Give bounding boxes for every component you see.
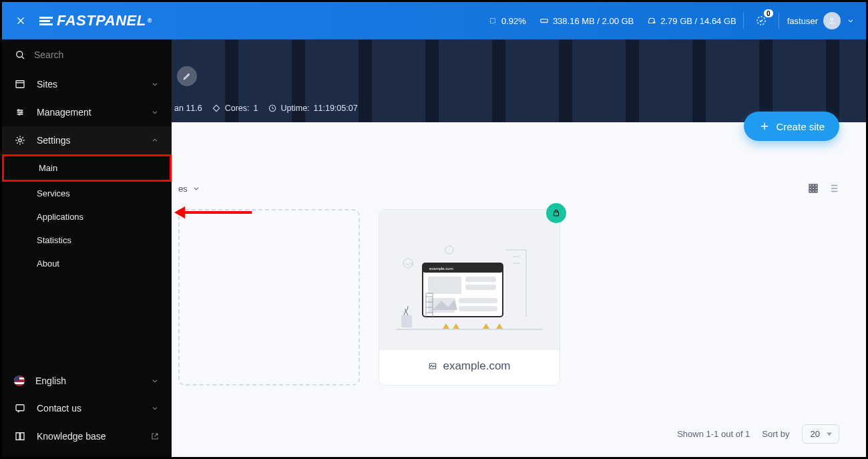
svg-rect-32 xyxy=(459,306,497,311)
disk-stat: 2.79 GB / 14.64 GB xyxy=(640,2,742,39)
svg-rect-37 xyxy=(396,329,543,330)
svg-rect-20 xyxy=(813,190,815,192)
contact-us[interactable]: Contact us xyxy=(2,394,172,422)
chevron-down-icon xyxy=(150,376,160,386)
svg-rect-1 xyxy=(541,19,548,23)
ram-stat: 338.16 MB / 2.00 GB xyxy=(533,2,640,39)
knowledge-base[interactable]: Knowledge base xyxy=(2,422,172,450)
svg-rect-36 xyxy=(401,315,412,327)
logo-text: FASTPANEL xyxy=(57,12,146,29)
create-site-label: Create site xyxy=(776,121,825,132)
avatar-icon xyxy=(823,12,841,29)
svg-rect-27 xyxy=(465,277,496,282)
username: fastuser xyxy=(787,16,818,26)
chevron-down-icon xyxy=(192,184,201,193)
search-icon xyxy=(14,49,26,61)
site-thumbnail: example.com </> xyxy=(379,210,560,350)
site-card[interactable]: example.com </> xyxy=(379,209,560,386)
chevron-down-icon xyxy=(150,108,160,117)
sites-icon xyxy=(14,78,26,90)
search-row xyxy=(2,39,172,70)
content-toolbar: es xyxy=(178,182,839,194)
language-selector[interactable]: English xyxy=(2,367,172,394)
logo: FASTPANEL® xyxy=(39,12,152,29)
svg-rect-22 xyxy=(554,212,559,216)
chevron-down-icon xyxy=(846,16,855,25)
cpu-icon xyxy=(488,16,497,25)
svg-point-8 xyxy=(21,112,22,113)
svg-rect-21 xyxy=(815,190,817,192)
settings-sub-main[interactable]: Main xyxy=(4,156,170,180)
edit-banner-button[interactable] xyxy=(177,66,197,86)
svg-rect-14 xyxy=(813,184,815,186)
search-input[interactable] xyxy=(34,49,160,60)
svg-point-5 xyxy=(17,51,23,57)
sidebar-item-settings[interactable]: Settings xyxy=(2,126,172,154)
sidebar-item-management[interactable]: Management xyxy=(2,98,172,126)
language-label: English xyxy=(35,375,66,386)
server-banner: an 11.6 Cores: 1 Uptime: 11:19:05:07 xyxy=(172,39,866,122)
list-view-button[interactable] xyxy=(827,182,839,194)
list-icon xyxy=(827,182,839,194)
svg-marker-41 xyxy=(496,323,503,329)
sidebar-item-label: Management xyxy=(37,107,91,118)
external-link-icon xyxy=(150,432,160,441)
highlighted-main: Main xyxy=(2,154,172,182)
pencil-icon xyxy=(182,71,192,81)
ram-value: 338.16 MB / 2.00 GB xyxy=(553,16,634,26)
kb-label: Knowledge base xyxy=(37,431,106,442)
grid-view-button[interactable] xyxy=(807,182,819,194)
svg-rect-17 xyxy=(813,188,815,190)
sidebar: Sites Management Settings Main Services … xyxy=(2,39,172,457)
header-bar: FASTPANEL® 0.92% 338.16 MB / 2.00 GB 2.7… xyxy=(2,2,866,39)
site-preview-illustration: example.com </> xyxy=(396,223,543,337)
settings-sub-applications[interactable]: Applications xyxy=(2,205,172,228)
ghost-card xyxy=(178,209,360,386)
pager: Shown 1-1 out of 1 Sort by 20 xyxy=(677,424,839,444)
logo-bars-icon xyxy=(39,17,53,25)
svg-marker-39 xyxy=(453,323,459,329)
svg-rect-0 xyxy=(491,19,495,23)
create-site-button[interactable]: Create site xyxy=(744,112,839,141)
cores-info: Cores: 1 xyxy=(212,104,258,113)
svg-rect-28 xyxy=(465,285,496,290)
image-icon xyxy=(428,361,437,371)
os-info: an 11.6 xyxy=(174,104,202,113)
close-icon[interactable] xyxy=(13,13,29,29)
per-page-select[interactable]: 20 xyxy=(802,424,839,444)
disk-icon xyxy=(647,16,656,25)
contact-label: Contact us xyxy=(37,403,81,414)
uptime-info: Uptime: 11:19:05:07 xyxy=(268,104,358,113)
annotation-arrow xyxy=(174,206,252,218)
svg-rect-6 xyxy=(16,81,24,88)
flag-icon xyxy=(14,375,25,386)
settings-sub-about[interactable]: About xyxy=(2,252,172,275)
svg-rect-16 xyxy=(809,188,811,190)
ram-icon xyxy=(539,16,549,25)
svg-marker-40 xyxy=(483,323,489,329)
chevron-down-icon xyxy=(150,80,160,89)
shown-text: Shown 1-1 out of 1 xyxy=(677,429,750,439)
diamond-icon xyxy=(212,104,221,113)
settings-sub-services[interactable]: Services xyxy=(2,182,172,205)
settings-sub-statistics[interactable]: Statistics xyxy=(2,228,172,252)
lock-badge xyxy=(546,203,566,223)
svg-point-33 xyxy=(445,246,453,254)
sidebar-item-label: Settings xyxy=(37,135,71,146)
bag-icon xyxy=(552,208,561,218)
sidebar-item-label: Sites xyxy=(37,79,57,90)
grid-icon xyxy=(807,182,819,194)
svg-rect-18 xyxy=(815,188,817,190)
svg-rect-31 xyxy=(459,298,497,303)
svg-text:example.com: example.com xyxy=(429,267,453,271)
tasks-button[interactable]: 0 xyxy=(750,10,772,31)
svg-rect-13 xyxy=(809,184,811,186)
sidebar-item-sites[interactable]: Sites xyxy=(2,70,172,98)
plus-icon xyxy=(758,120,771,132)
visibility-dropdown[interactable]: es xyxy=(178,184,201,194)
user-menu[interactable]: fastuser xyxy=(787,12,855,29)
svg-rect-26 xyxy=(428,277,461,294)
svg-rect-15 xyxy=(815,184,817,186)
chevron-down-icon xyxy=(150,404,160,413)
tasks-badge: 0 xyxy=(763,9,774,18)
